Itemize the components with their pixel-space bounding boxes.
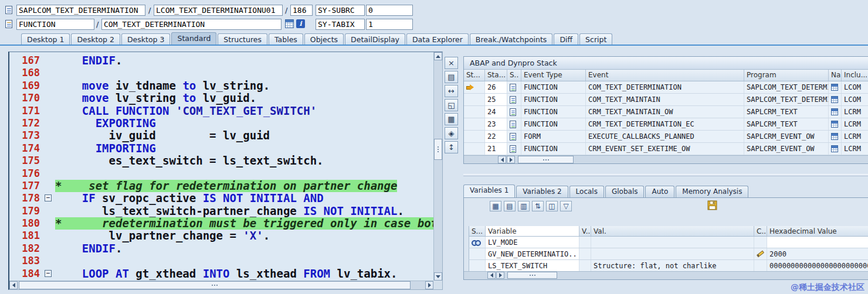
line-number[interactable]: 181 (9, 230, 43, 242)
tab-structures[interactable]: Structures (218, 33, 267, 45)
code-line[interactable]: 184 LOOP AT gt_xthead INTO ls_xthead FRO… (9, 268, 433, 280)
stack-row[interactable]: 23FUNCTIONCRM_TEXT_DETERMINATION_ECSAPLC… (464, 118, 868, 131)
code-line[interactable]: 177* set flag for redetermination on par… (9, 180, 433, 192)
scrollbar-thumb[interactable] (507, 272, 557, 279)
scroll-up-button[interactable] (434, 52, 442, 60)
compare-icon[interactable]: ◫ (546, 201, 558, 211)
scroll-left-button[interactable] (498, 156, 506, 163)
navigation-icon[interactable] (831, 133, 838, 140)
line-number[interactable]: 176 (9, 167, 43, 180)
variables-column-header[interactable]: S... (469, 226, 486, 236)
code-line[interactable]: 183 (9, 255, 433, 267)
line-number[interactable]: 179 (9, 205, 43, 217)
sy-tabix-value-field[interactable] (366, 19, 413, 30)
event-name-field[interactable] (101, 19, 282, 30)
create-tool-icon[interactable]: ▤ (445, 71, 458, 83)
fold-collapse-icon[interactable] (45, 270, 52, 277)
tab-variables-2[interactable]: Variables 2 (516, 186, 568, 197)
stack-row[interactable]: 21FUNCTIONCRM_EVENT_SET_EXETIME_OWSAPLCR… (464, 143, 868, 155)
code-line[interactable]: 170 move lv_string to lv_guid. (9, 92, 433, 104)
stack-column-header[interactable]: Event (586, 70, 744, 81)
line-number[interactable]: 170 (9, 92, 43, 104)
variable-row[interactable]: LS_TEXT_SWITCHStructure: flat, not charl… (469, 260, 868, 272)
sy-subrc-value-field[interactable] (366, 5, 413, 16)
line-number[interactable]: 168 (9, 67, 43, 79)
code-line[interactable]: 173 iv_guid = lv_guid (9, 129, 433, 142)
info-icon[interactable]: i (296, 19, 305, 28)
code-line[interactable]: 175 es_text_switch = ls_text_switch. (9, 155, 433, 167)
navigation-icon[interactable] (831, 84, 838, 91)
code-line[interactable]: 168 (9, 67, 433, 79)
line-number-field[interactable] (290, 5, 313, 16)
tab-diff[interactable]: Diff (554, 33, 578, 45)
code-line[interactable]: 171 CALL FUNCTION 'COM_TEXT_GET_SWITCH' (9, 105, 433, 117)
tab-desktop-1[interactable]: Desktop 1 (21, 33, 70, 45)
code-area[interactable]: 167 ENDIF.168169 move iv_tdname to lv_st… (9, 52, 433, 281)
code-editor[interactable]: 167 ENDIF.168169 move iv_tdname to lv_st… (8, 52, 443, 290)
variable-name-cell[interactable]: LV_MODE (486, 237, 579, 248)
stack-scrollbar[interactable] (464, 155, 868, 163)
vertical-scrollbar-thumb[interactable] (434, 139, 442, 160)
fold-column[interactable] (43, 268, 55, 280)
table-view-icon[interactable]: ▦ (445, 113, 458, 125)
editor-vertical-scrollbar[interactable] (433, 52, 442, 281)
tab-memory-analysis[interactable]: Memory Analysis (676, 186, 748, 197)
code-line[interactable]: 182 ENDIF. (9, 242, 433, 255)
scroll-right-button[interactable] (496, 272, 504, 279)
tab-auto[interactable]: Auto (645, 186, 674, 197)
navigation-icon[interactable] (831, 145, 838, 152)
code-line[interactable]: 174 IMPORTING (9, 142, 433, 155)
sort-icon[interactable]: ⇅ (532, 201, 544, 211)
tab-tables[interactable]: Tables (269, 33, 303, 45)
variable-value-cell[interactable] (591, 248, 754, 259)
variables-column-header[interactable]: Hexadecimal Value (767, 226, 868, 236)
tab-desktop-3[interactable]: Desktop 3 (121, 33, 170, 45)
stack-column-header[interactable]: Event Type (521, 70, 586, 81)
editor-horizontal-scrollbar[interactable] (9, 281, 433, 289)
line-number[interactable]: 184 (9, 268, 43, 280)
scroll-right-button[interactable] (507, 156, 515, 163)
tab-script[interactable]: Script (579, 33, 612, 45)
code-line[interactable]: 176 (9, 167, 433, 180)
fold-collapse-icon[interactable] (45, 194, 52, 201)
line-number[interactable]: 174 (9, 142, 43, 155)
tab-data-explorer[interactable]: Data Explorer (406, 33, 469, 45)
tab-objects[interactable]: Objects (304, 33, 344, 45)
stack-column-header[interactable]: Sta... (485, 70, 507, 81)
scrollbar-thumb[interactable] (518, 156, 574, 163)
display-table-icon[interactable]: ▤ (504, 201, 516, 211)
variables-scrollbar[interactable] (464, 271, 868, 279)
code-line[interactable]: 179 ls_text_switch-partner_change IS NOT… (9, 205, 433, 217)
navigation-icon[interactable] (831, 96, 838, 103)
code-line[interactable]: 172 EXPORTING (9, 117, 433, 129)
stack-row[interactable]: 22FORMEXECUTE_CALLBACKS_PLANNEDSAPLCRM_E… (464, 131, 868, 143)
stack-column-header[interactable]: S.. (507, 70, 521, 81)
variables-column-header[interactable]: C... (754, 226, 767, 236)
line-number[interactable]: 178 (9, 192, 43, 204)
include-field[interactable] (154, 5, 283, 16)
swap-tool-icon[interactable]: ↔ (445, 85, 458, 97)
line-number[interactable]: 173 (9, 129, 43, 142)
services-icon[interactable]: ◈ (445, 127, 458, 139)
scroll-left-button[interactable] (487, 272, 496, 279)
event-type-field[interactable] (16, 19, 94, 30)
scroll-right-button[interactable] (425, 281, 433, 289)
panel-splitter[interactable] (463, 174, 868, 176)
variable-name-cell[interactable]: GV_NEW_DETERMINATIO.. (486, 248, 579, 259)
tab-variables-1[interactable]: Variables 1 (463, 184, 515, 197)
code-line[interactable]: 180* redetermination must be triggered o… (9, 217, 433, 230)
variables-column-header[interactable]: Val. (591, 226, 754, 236)
line-number[interactable]: 167 (9, 54, 43, 67)
variable-row[interactable]: LV_MODE (469, 237, 868, 248)
stack-row[interactable]: 24FUNCTIONCRM_TEXT_MAINTAIN_OWSAPLCRM_TE… (464, 106, 868, 118)
variable-row[interactable]: GV_NEW_DETERMINATIO..2000 (469, 248, 868, 260)
save-icon[interactable] (707, 200, 717, 210)
variable-value-cell[interactable]: Structure: flat, not charlike (591, 260, 754, 271)
tab-break-watchpoints[interactable]: Break./Watchpoints (470, 33, 553, 45)
change-field-content-icon[interactable]: ▦ (490, 201, 501, 211)
code-line[interactable]: 181 lv_partner_change = 'X'. (9, 230, 433, 242)
navigation-icon[interactable] (831, 108, 838, 115)
line-number[interactable]: 180 (9, 217, 43, 230)
tab-detaildisplay[interactable]: DetailDisplay (345, 33, 405, 45)
line-number[interactable]: 182 (9, 242, 43, 255)
